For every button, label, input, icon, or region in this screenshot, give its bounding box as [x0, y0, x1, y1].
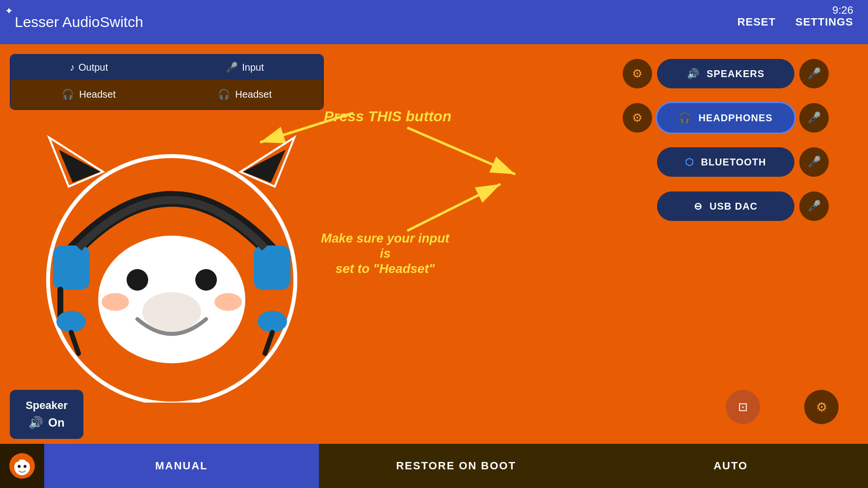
svg-line-3 — [407, 184, 500, 231]
settings-fab-button[interactable]: ⚙ — [804, 390, 839, 424]
svg-point-30 — [24, 465, 26, 468]
cast-button[interactable]: ⊡ — [726, 390, 760, 424]
main-content: ♪ Output 🎤 Input 🎧 Headset 🎧 Headset Pre… — [0, 44, 868, 488]
speaker-status-panel: Speaker 🔊 On — [10, 390, 83, 439]
svg-point-22 — [258, 311, 287, 332]
restore-on-boot-button[interactable]: RESTORE ON BOOT — [319, 444, 594, 488]
headphones-label: HEADPHONES — [698, 112, 772, 124]
svg-line-2 — [407, 128, 515, 174]
auto-button[interactable]: AUTO — [593, 444, 868, 488]
speaker-status-value: On — [48, 416, 64, 430]
app-title: Lesser AudioSwitch — [15, 14, 143, 30]
output-label: Output — [79, 62, 108, 73]
headphones-mic-button[interactable]: 🎤 — [799, 103, 829, 133]
usb-dac-row: ⊖ USB DAC 🎤 — [623, 191, 829, 221]
svg-rect-13 — [53, 245, 90, 290]
headphones-icon: 🎧 — [679, 112, 691, 124]
input-label: Input — [242, 62, 263, 73]
device-buttons-panel: ⚙ 🔊 SPEAKERS 🎤 ⚙ 🎧 HEADPHONES 🎤 ⬡ BLUETO… — [623, 59, 829, 221]
bluetooth-label: BLUETOOTH — [701, 157, 766, 168]
speakers-mic-button[interactable]: 🎤 — [799, 59, 829, 88]
bluetooth-row: ⬡ BLUETOOTH 🎤 — [623, 147, 829, 177]
reset-button[interactable]: RESET — [737, 16, 776, 28]
cursor-icon: ✦ — [5, 5, 13, 17]
top-bar: ✦ Lesser AudioSwitch RESET SETTINGS 9:26 — [0, 0, 868, 44]
app-icon — [0, 444, 44, 488]
output-icon: ♪ — [70, 62, 75, 73]
usb-dac-icon: ⊖ — [694, 200, 703, 212]
instruction-press-text: Press THIS button — [324, 108, 451, 125]
usb-dac-button[interactable]: ⊖ USB DAC — [657, 191, 794, 221]
mascot-image — [15, 93, 329, 407]
svg-point-21 — [56, 311, 86, 332]
usb-dac-label: USB DAC — [710, 201, 758, 212]
speakers-icon: 🔊 — [687, 68, 700, 80]
svg-rect-14 — [254, 245, 290, 290]
clock: 9:26 — [832, 4, 853, 17]
svg-point-17 — [142, 292, 201, 331]
manual-button[interactable]: MANUAL — [44, 444, 319, 488]
cast-icon: ⊡ — [738, 400, 748, 414]
speakers-label: SPEAKERS — [707, 68, 764, 80]
audio-selector-header: ♪ Output 🎤 Input — [11, 55, 323, 80]
speakers-gear-button[interactable]: ⚙ — [623, 59, 652, 88]
settings-fab-icon: ⚙ — [816, 400, 827, 415]
svg-point-29 — [18, 465, 21, 468]
speakers-button[interactable]: 🔊 SPEAKERS — [657, 59, 794, 88]
speaker-status-label: Speaker — [26, 399, 68, 412]
speakers-row: ⚙ 🔊 SPEAKERS 🎤 — [623, 59, 829, 88]
input-icon: 🎤 — [226, 61, 238, 73]
input-tab[interactable]: 🎤 Input — [167, 55, 323, 80]
instruction-input-text: Make sure your input isset to "Headset" — [316, 231, 454, 276]
svg-point-16 — [195, 269, 217, 291]
headphones-row: ⚙ 🎧 HEADPHONES 🎤 — [623, 103, 829, 133]
bluetooth-icon: ⬡ — [685, 156, 694, 168]
headphones-gear-button[interactable]: ⚙ — [623, 103, 652, 133]
usb-dac-mic-button[interactable]: 🎤 — [799, 191, 829, 221]
svg-point-18 — [102, 293, 129, 311]
bluetooth-mic-button[interactable]: 🎤 — [799, 147, 829, 177]
bottom-toolbar: MANUAL RESTORE ON BOOT AUTO — [0, 444, 868, 488]
output-tab[interactable]: ♪ Output — [11, 55, 167, 80]
speaker-status-inner: 🔊 On — [28, 416, 64, 430]
settings-button[interactable]: SETTINGS — [795, 16, 853, 28]
mascot-svg — [20, 98, 324, 403]
top-bar-actions: RESET SETTINGS — [737, 16, 853, 28]
svg-point-15 — [127, 269, 148, 291]
app-icon-svg — [9, 453, 36, 480]
headphones-button[interactable]: 🎧 HEADPHONES — [657, 103, 794, 133]
svg-point-19 — [214, 293, 242, 311]
speaker-status-icon: 🔊 — [28, 416, 43, 430]
bluetooth-button[interactable]: ⬡ BLUETOOTH — [657, 147, 794, 177]
